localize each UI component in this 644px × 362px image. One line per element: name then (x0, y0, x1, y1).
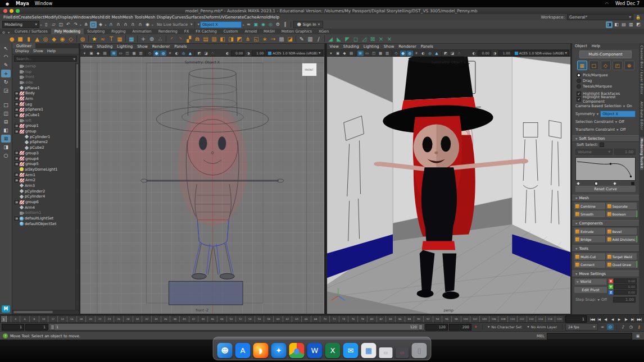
select-hierarchy-icon[interactable]: ⋔ (83, 21, 89, 28)
timeline-tick[interactable]: 52 (235, 316, 245, 322)
step-back-frame-button[interactable]: ◀| (602, 316, 609, 322)
mesh-tool-button[interactable]: Combine (574, 203, 605, 209)
exposure-icon[interactable]: ◐ (471, 51, 477, 56)
shelf-gear[interactable]: ∗ (261, 35, 269, 43)
undo-icon[interactable]: ↶ (65, 21, 72, 28)
file-save-icon[interactable]: ◫ (58, 21, 65, 28)
script-editor-icon[interactable]: ▣ (634, 333, 641, 339)
outliner-item[interactable]: pCylinder1 (12, 134, 79, 140)
redo-icon[interactable]: ↷ (72, 21, 79, 28)
group-collapse-icon[interactable]: ▸ (80, 23, 82, 26)
side-panel-tab[interactable]: Attribute Editor (640, 102, 643, 130)
macos-window-menu[interactable]: Window (35, 1, 53, 6)
move-settings-header[interactable]: ▼Move Settings (572, 271, 639, 277)
outliner-search-input[interactable] (15, 57, 73, 61)
shelf-blocks[interactable]: ▞ (185, 35, 193, 43)
shelf-tab[interactable]: Sculpting (84, 29, 108, 34)
scale-tool[interactable]: ◲ (1, 86, 11, 94)
timeline-tick[interactable]: 104 (479, 316, 489, 322)
viewport-icon[interactable] (145, 51, 146, 56)
timeline-tick[interactable]: 30 (133, 316, 142, 322)
chevron-down-icon[interactable]: ▼ (191, 23, 192, 26)
expand-toggle-icon[interactable] (15, 80, 19, 84)
apple-icon[interactable]: ● (4, 1, 10, 7)
live-surface-label[interactable]: No Live Surface (155, 22, 190, 27)
macos-app-menu[interactable]: Maya (16, 1, 29, 6)
outliner-item[interactable]: left (12, 118, 79, 123)
shelf-platonic-solid[interactable]: ◇ (67, 35, 75, 43)
timeline-tick[interactable]: 64 (292, 316, 301, 322)
expand-toggle-icon[interactable] (20, 146, 24, 150)
expand-toggle-icon[interactable] (15, 91, 19, 95)
menu-item[interactable]: Modify (44, 15, 58, 20)
timeline-tick[interactable]: 70 (320, 316, 329, 322)
menu-item[interactable]: Mesh Tools (123, 15, 145, 20)
shelf-tab[interactable]: Arnold (241, 29, 260, 34)
timeline-tick[interactable]: 102 (470, 316, 479, 322)
vp-gate-mask-icon[interactable]: ▦ (378, 51, 384, 56)
shelf-poly-plane[interactable]: ◆ (50, 35, 58, 43)
vp-lock-icon[interactable]: ▣ (88, 51, 94, 56)
persp-viewport-canvas[interactable]: Symmetry: Object X persp (327, 57, 571, 314)
selection-constraint-row[interactable]: Selection Constraint▼Off (572, 118, 639, 126)
vp-res-gate-icon[interactable]: ◫ (371, 51, 377, 56)
curve-handle-icon[interactable] (576, 181, 580, 185)
shelf-tab[interactable]: Animation (129, 29, 155, 34)
symmetry-value-field[interactable]: Object X (600, 111, 636, 117)
menu-item[interactable]: Edit (10, 15, 18, 20)
vp-grid-icon[interactable]: ⊞ (357, 51, 364, 56)
vp-film-gate-icon[interactable]: ▭ (364, 51, 370, 56)
group-collapse-icon[interactable]: ▸ (152, 23, 154, 26)
select-uv-mode[interactable]: ⊕ (624, 61, 634, 70)
outliner-tab[interactable]: Outliner (12, 43, 35, 48)
timeline-tick[interactable]: 42 (189, 316, 198, 322)
outliner-menu-item[interactable]: Show (33, 49, 43, 53)
timeline-tick[interactable]: 80 (367, 316, 377, 322)
menu-item[interactable]: Surfaces (186, 15, 204, 20)
outliner-item[interactable]: pCylinder4 (12, 194, 79, 200)
menu-item[interactable]: Mesh (92, 15, 102, 20)
snap-plane-icon[interactable]: ∩ (130, 21, 137, 28)
outliner-item[interactable]: pCylinder2 (12, 189, 79, 194)
falloff-curve-editor[interactable] (575, 157, 636, 181)
chevron-down-icon[interactable]: ▼ (197, 23, 199, 26)
menu-item[interactable]: Curves (172, 15, 186, 20)
expand-toggle-icon[interactable] (15, 173, 19, 177)
vp-lock-icon[interactable]: ▣ (335, 51, 341, 56)
vp-ao-icon[interactable]: ◎ (427, 51, 433, 56)
range-handle-right[interactable] (419, 324, 423, 330)
expand-toggle-icon[interactable] (15, 217, 19, 221)
render-current-icon[interactable]: ◉ (260, 21, 266, 28)
menu-item[interactable]: Arnold (257, 15, 270, 20)
render-settings-icon[interactable]: ⚙ (274, 21, 281, 28)
shelf-joint[interactable]: + (139, 35, 147, 43)
vp-motionblur-icon[interactable]: ▲ (434, 51, 440, 56)
set-key-icon[interactable]: ⌖ (473, 324, 479, 330)
shelf-poly-cube[interactable]: ■ (16, 35, 24, 43)
shelf-grid-b[interactable]: ▥ (210, 35, 218, 43)
timeline-tick[interactable]: 74 (339, 316, 348, 322)
viewport-icon[interactable] (109, 51, 110, 56)
timeline-tick[interactable]: 72 (329, 316, 339, 322)
outliner-item[interactable]: Arm4 (12, 205, 79, 210)
components-section-header[interactable]: ▼Components (572, 220, 639, 227)
outliner-item[interactable]: pCube2 (12, 145, 79, 150)
shelf-sculpt-sphere[interactable]: ◍ (79, 35, 87, 43)
panel-zoom[interactable]: ○ (1, 152, 11, 159)
axis-value-field[interactable]: 0.00 (614, 278, 637, 283)
vp-motionblur-icon[interactable]: ▲ (187, 51, 193, 56)
soft-select-toggle[interactable]: Soft Select: (572, 142, 639, 148)
layout-two-stacked[interactable]: ⊟ (1, 118, 11, 126)
timeline-tick[interactable]: 78 (357, 316, 367, 322)
timeline-tick[interactable]: 92 (423, 316, 433, 322)
snap-point-icon[interactable]: ∩ (123, 21, 129, 28)
clock-icon[interactable]: ◷ (628, 324, 634, 330)
menu-item[interactable]: Deform (204, 15, 219, 20)
outliner-item[interactable]: group5 (12, 161, 79, 167)
vp-xray-icon[interactable]: ◪ (450, 51, 456, 56)
vp-textured-icon[interactable]: ◍ (407, 51, 413, 56)
outliner-item[interactable]: pSphere2 (12, 140, 79, 145)
timeline-tick[interactable]: 58 (264, 316, 273, 322)
dock-safari[interactable]: ✦ (271, 343, 287, 358)
expand-toggle-icon[interactable] (15, 97, 19, 100)
